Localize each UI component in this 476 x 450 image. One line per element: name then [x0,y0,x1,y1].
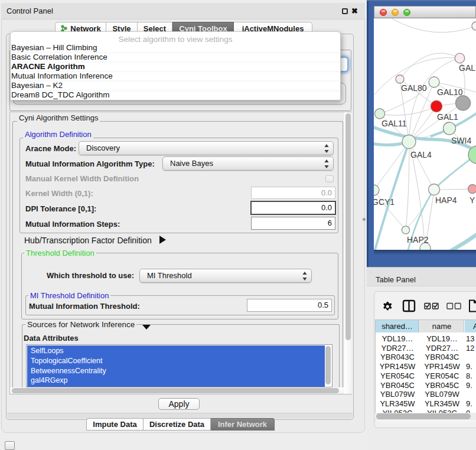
svg-text:GAL4: GAL4 [410,150,432,159]
svg-text:GAL7: GAL7 [459,63,476,73]
svg-text:Y: Y [470,195,475,205]
svg-text:SWI4: SWI4 [451,136,471,145]
svg-text:GAL1: GAL1 [437,112,458,122]
svg-text:GCY1: GCY1 [374,197,395,207]
svg-text:GAL80: GAL80 [401,83,427,93]
svg-text:HAP2: HAP2 [407,235,429,244]
svg-text:HAP4: HAP4 [435,195,457,205]
svg-text:GAL10: GAL10 [437,87,463,97]
svg-text:GAL11: GAL11 [382,119,407,128]
